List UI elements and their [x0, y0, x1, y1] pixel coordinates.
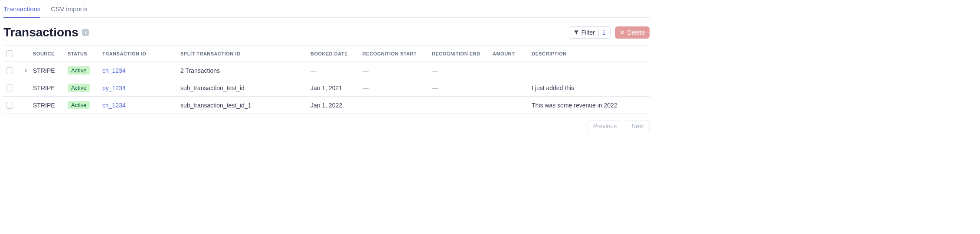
col-split: SPLIT TRANSACTION ID [180, 51, 310, 56]
table-header: SOURCE STATUS TRANSACTION ID SPLIT TRANS… [3, 46, 650, 62]
header-actions: Filter 1 Delete [569, 26, 650, 39]
cell-txid[interactable]: ch_1234 [102, 67, 180, 74]
table-row[interactable]: STRIPE Active ch_1234 2 Transactions — —… [3, 62, 650, 79]
chevron-right-icon [23, 67, 28, 74]
cell-rec-start: — [363, 102, 432, 109]
cell-desc: I just added this [532, 84, 650, 91]
cell-rec-start: — [363, 67, 432, 74]
row-checkbox[interactable] [6, 67, 13, 74]
tab-bar: Transactions CSV imports [3, 0, 650, 18]
close-icon [620, 30, 625, 35]
row-checkbox[interactable] [6, 84, 13, 91]
table-row[interactable]: STRIPE Active ch_1234 sub_transaction_te… [3, 97, 650, 114]
cell-source: STRIPE [33, 102, 68, 109]
tab-csv-imports[interactable]: CSV imports [51, 2, 87, 18]
status-badge: Active [68, 84, 90, 92]
col-status: STATUS [68, 51, 102, 56]
delete-label: Delete [627, 29, 645, 36]
cell-source: STRIPE [33, 84, 68, 91]
col-booked: BOOKED DATE [310, 51, 363, 56]
cell-split: sub_transaction_test_id [180, 84, 310, 91]
cell-txid[interactable]: py_1234 [102, 84, 180, 91]
filter-button[interactable]: Filter 1 [569, 26, 611, 39]
transactions-table: SOURCE STATUS TRANSACTION ID SPLIT TRANS… [3, 46, 650, 114]
table-row[interactable]: STRIPE Active py_1234 sub_transaction_te… [3, 79, 650, 97]
col-rec-start: RECOGNITION START [363, 51, 432, 56]
cell-split: 2 Transactions [180, 67, 310, 74]
filter-label: Filter [581, 29, 595, 36]
col-txid: TRANSACTION ID [102, 51, 180, 56]
select-all-checkbox[interactable] [6, 50, 13, 57]
page-title: Transactions [3, 26, 78, 39]
col-source: SOURCE [33, 51, 68, 56]
tab-transactions[interactable]: Transactions [3, 2, 40, 18]
next-button[interactable]: Next [626, 120, 650, 132]
cell-rec-end: — [432, 84, 493, 91]
cell-rec-end: — [432, 102, 493, 109]
cell-source: STRIPE [33, 67, 68, 74]
row-checkbox[interactable] [6, 102, 13, 109]
col-amount: AMOUNT [493, 51, 532, 56]
cell-txid[interactable]: ch_1234 [102, 102, 180, 109]
col-rec-end: RECOGNITION END [432, 51, 493, 56]
cell-booked: Jan 1, 2022 [310, 102, 363, 109]
cell-split: sub_transaction_test_id_1 [180, 102, 310, 109]
status-badge: Active [68, 66, 90, 75]
status-badge: Active [68, 101, 90, 109]
expand-toggle[interactable] [18, 67, 33, 74]
cell-desc: This was some revenue in 2022 [532, 102, 650, 109]
previous-button[interactable]: Previous [588, 120, 622, 132]
cell-rec-end: — [432, 67, 493, 74]
col-desc: DESCRIPTION [532, 51, 650, 56]
delete-button[interactable]: Delete [615, 26, 650, 39]
info-icon[interactable]: i [82, 29, 89, 36]
filter-icon [574, 30, 579, 35]
cell-booked: — [310, 67, 363, 74]
page-header: Transactions i Filter 1 Delete [3, 18, 650, 46]
title-group: Transactions i [3, 26, 89, 39]
filter-count: 1 [598, 29, 606, 36]
pagination: Previous Next [3, 114, 650, 138]
cell-booked: Jan 1, 2021 [310, 84, 363, 91]
cell-rec-start: — [363, 84, 432, 91]
